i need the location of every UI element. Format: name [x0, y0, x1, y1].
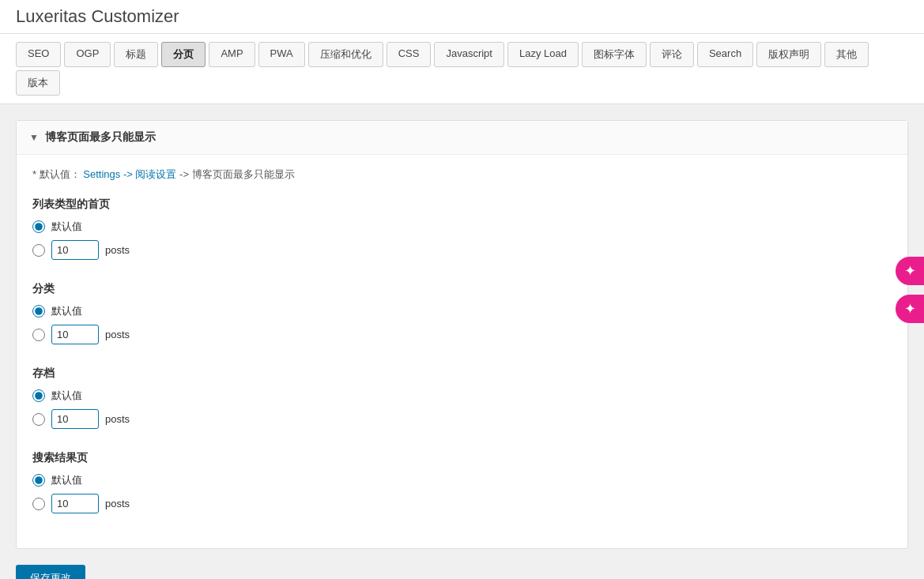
- tab-search[interactable]: Search: [697, 42, 753, 67]
- hint-link[interactable]: Settings -> 阅读设置: [83, 168, 176, 180]
- tab-ogp[interactable]: OGP: [64, 42, 111, 67]
- number-input-0[interactable]: [51, 240, 99, 260]
- number-input-3[interactable]: [51, 494, 99, 513]
- radio-row-1-1: posts: [32, 325, 892, 344]
- number-input-2[interactable]: [51, 409, 99, 429]
- radio-2-0[interactable]: [32, 389, 45, 402]
- radio-row-3-0: 默认值: [32, 473, 892, 487]
- setting-group-0: 列表类型的首页默认值posts: [32, 197, 892, 260]
- group-label-1: 分类: [32, 282, 892, 296]
- radio-row-2-1: posts: [32, 409, 892, 429]
- tab-pwa[interactable]: PWA: [258, 42, 305, 67]
- section-panel: ▼ 博客页面最多只能显示 * 默认值： Settings -> 阅读设置 -> …: [16, 120, 908, 549]
- posts-label-3: posts: [105, 498, 130, 509]
- collapse-arrow-icon: ▼: [29, 132, 39, 143]
- posts-label-1: posts: [105, 329, 130, 340]
- posts-label-2: posts: [105, 413, 130, 425]
- tab-css[interactable]: CSS: [387, 42, 432, 67]
- float-icon-top[interactable]: ✦: [896, 257, 924, 285]
- radio-row-1-0: 默认值: [32, 304, 892, 318]
- radio-row-0-0: 默认值: [32, 220, 892, 234]
- radio-3-1[interactable]: [32, 498, 45, 510]
- group-label-3: 搜索结果页: [32, 451, 892, 465]
- groups-container: 列表类型的首页默认值posts分类默认值posts存档默认值posts搜索结果页…: [32, 197, 892, 513]
- section-header[interactable]: ▼ 博客页面最多只能显示: [17, 121, 907, 155]
- radio-0-0[interactable]: [32, 220, 45, 233]
- page-header: Luxeritas Customizer: [0, 0, 924, 34]
- posts-label-0: posts: [105, 244, 130, 256]
- radio-0-1[interactable]: [32, 244, 45, 257]
- radio-row-2-0: 默认值: [32, 389, 892, 403]
- radio-label-2-0: 默认值: [51, 389, 82, 403]
- tab-压缩和优化[interactable]: 压缩和优化: [308, 42, 383, 67]
- tab-版本[interactable]: 版本: [16, 70, 60, 96]
- main-content: ▼ 博客页面最多只能显示 * 默认值： Settings -> 阅读设置 -> …: [0, 104, 924, 579]
- float-icon-bottom[interactable]: ✦: [896, 295, 924, 323]
- tab-javascript[interactable]: Javascript: [434, 42, 504, 67]
- setting-group-1: 分类默认值posts: [32, 282, 892, 344]
- number-input-1[interactable]: [51, 325, 99, 344]
- save-button[interactable]: 保存更改: [16, 565, 85, 579]
- radio-label-3-0: 默认值: [51, 473, 82, 487]
- setting-group-2: 存档默认值posts: [32, 367, 892, 429]
- default-hint: * 默认值： Settings -> 阅读设置 -> 博客页面最多只能显示: [32, 167, 892, 182]
- tab-seo[interactable]: SEO: [16, 42, 61, 67]
- group-label-0: 列表类型的首页: [32, 197, 892, 212]
- radio-label-1-0: 默认值: [51, 304, 82, 318]
- tabs-bar: SEOOGP标题分页AMPPWA压缩和优化CSSJavascriptLazy L…: [0, 34, 924, 104]
- tab-分页[interactable]: 分页: [161, 42, 206, 67]
- tab-lazy-load[interactable]: Lazy Load: [507, 42, 579, 67]
- radio-3-0[interactable]: [32, 474, 45, 487]
- radio-row-3-1: posts: [32, 494, 892, 513]
- tab-评论[interactable]: 评论: [650, 42, 694, 67]
- group-label-2: 存档: [32, 367, 892, 381]
- floating-icons: ✦ ✦: [896, 257, 924, 323]
- setting-group-3: 搜索结果页默认值posts: [32, 451, 892, 513]
- tab-标题[interactable]: 标题: [114, 42, 158, 67]
- section-title: 博客页面最多只能显示: [45, 130, 156, 145]
- radio-row-0-1: posts: [32, 240, 892, 260]
- radio-1-1[interactable]: [32, 329, 45, 341]
- radio-label-0-0: 默认值: [51, 220, 82, 234]
- tab-版权声明[interactable]: 版权声明: [756, 42, 821, 67]
- tab-amp[interactable]: AMP: [209, 42, 255, 67]
- hint-suffix: -> 博客页面最多只能显示: [179, 168, 295, 180]
- radio-1-0[interactable]: [32, 305, 45, 318]
- tab-图标字体[interactable]: 图标字体: [582, 42, 647, 67]
- hint-prefix: * 默认值：: [32, 168, 81, 180]
- radio-2-1[interactable]: [32, 413, 45, 426]
- tab-其他[interactable]: 其他: [824, 42, 869, 67]
- page-title: Luxeritas Customizer: [16, 6, 908, 27]
- section-body: * 默认值： Settings -> 阅读设置 -> 博客页面最多只能显示 列表…: [17, 155, 907, 548]
